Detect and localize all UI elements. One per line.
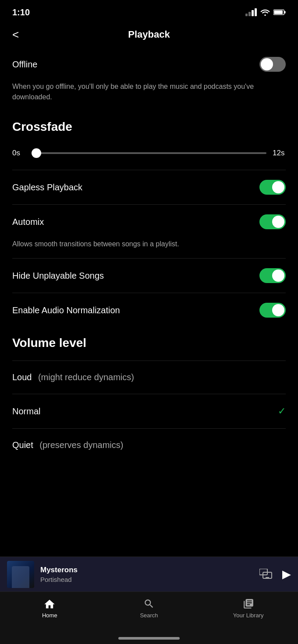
now-playing-title: Mysterons: [40, 566, 253, 574]
automix-label: Automix: [12, 217, 44, 227]
header: < Playback: [0, 22, 298, 47]
status-bar: 1:10: [0, 0, 298, 22]
device-connect-icon[interactable]: [259, 569, 273, 580]
svg-rect-5: [266, 577, 269, 578]
play-button[interactable]: ▶: [282, 567, 291, 581]
crossfade-heading: Crossfade: [12, 111, 286, 144]
volume-loud-sub: (might reduce dynamics): [38, 372, 134, 382]
status-time: 1:10: [12, 7, 30, 18]
audio-norm-row: Enable Audio Normalization: [12, 293, 286, 327]
volume-normal-checkmark: ✓: [278, 406, 286, 417]
nav-library-label: Your Library: [233, 612, 264, 619]
volume-quiet[interactable]: Quiet (preserves dynamics): [12, 429, 286, 462]
album-art-figure: [12, 566, 29, 588]
automix-toggle-knob: [272, 216, 284, 228]
audio-norm-label: Enable Audio Normalization: [12, 305, 120, 315]
automix-description: Allows smooth transitions between songs …: [12, 239, 286, 258]
now-playing-art: [7, 561, 34, 588]
crossfade-slider-row: 0s 12s: [12, 144, 286, 170]
crossfade-max-label: 12s: [273, 149, 286, 158]
crossfade-min-label: 0s: [12, 149, 25, 158]
now-playing-artist: Portishead: [40, 576, 253, 583]
offline-row: Offline: [12, 47, 286, 81]
nav-home[interactable]: Home: [0, 598, 99, 619]
offline-description: When you go offline, you'll only be able…: [12, 81, 286, 111]
now-playing-controls: ▶: [259, 567, 291, 581]
volume-quiet-label: Quiet: [12, 440, 33, 450]
svg-rect-1: [284, 11, 286, 14]
signal-icon: [245, 8, 257, 16]
nav-home-label: Home: [42, 612, 57, 619]
svg-rect-2: [274, 10, 283, 14]
offline-label: Offline: [12, 60, 37, 70]
now-playing-bar[interactable]: Mysterons Portishead ▶: [0, 556, 298, 592]
volume-loud-label: Loud: [12, 372, 32, 382]
volume-normal[interactable]: Normal ✓: [12, 394, 286, 428]
content-area: Offline When you go offline, you'll only…: [0, 47, 298, 558]
automix-toggle[interactable]: [259, 214, 286, 229]
volume-heading: Volume level: [12, 327, 286, 360]
audio-norm-toggle[interactable]: [259, 303, 286, 318]
volume-normal-label: Normal: [12, 406, 40, 416]
home-indicator: [118, 637, 180, 640]
gapless-toggle[interactable]: [259, 180, 286, 195]
nav-library[interactable]: Your Library: [199, 598, 298, 619]
volume-normal-text: Normal: [12, 406, 40, 416]
bottom-nav: Home Search Your Library: [0, 592, 298, 644]
volume-quiet-text: Quiet (preserves dynamics): [12, 440, 123, 450]
wifi-icon: [260, 9, 270, 16]
hide-unplayable-label: Hide Unplayable Songs: [12, 271, 104, 281]
volume-loud-text: Loud (might reduce dynamics): [12, 372, 134, 382]
audio-norm-knob: [272, 304, 284, 316]
status-icons: [245, 8, 286, 16]
battery-icon: [273, 9, 286, 16]
search-icon: [143, 598, 155, 609]
volume-quiet-sub: (preserves dynamics): [39, 440, 123, 450]
offline-toggle-knob: [261, 58, 273, 70]
hide-unplayable-knob: [272, 270, 284, 282]
nav-search[interactable]: Search: [99, 598, 199, 619]
crossfade-track[interactable]: [32, 152, 266, 154]
home-icon: [43, 598, 56, 609]
page-title: Playback: [128, 29, 170, 40]
gapless-toggle-knob: [272, 181, 284, 193]
nav-search-label: Search: [140, 612, 158, 619]
now-playing-info: Mysterons Portishead: [40, 566, 253, 583]
library-icon: [242, 598, 255, 609]
gapless-row: Gapless Playback: [12, 170, 286, 204]
hide-unplayable-toggle[interactable]: [259, 268, 286, 283]
hide-unplayable-row: Hide Unplayable Songs: [12, 259, 286, 293]
crossfade-thumb[interactable]: [32, 148, 41, 158]
back-button[interactable]: <: [12, 28, 19, 42]
automix-row: Automix: [12, 205, 286, 239]
gapless-label: Gapless Playback: [12, 182, 82, 192]
volume-loud[interactable]: Loud (might reduce dynamics): [12, 361, 286, 394]
offline-toggle[interactable]: [259, 57, 286, 72]
